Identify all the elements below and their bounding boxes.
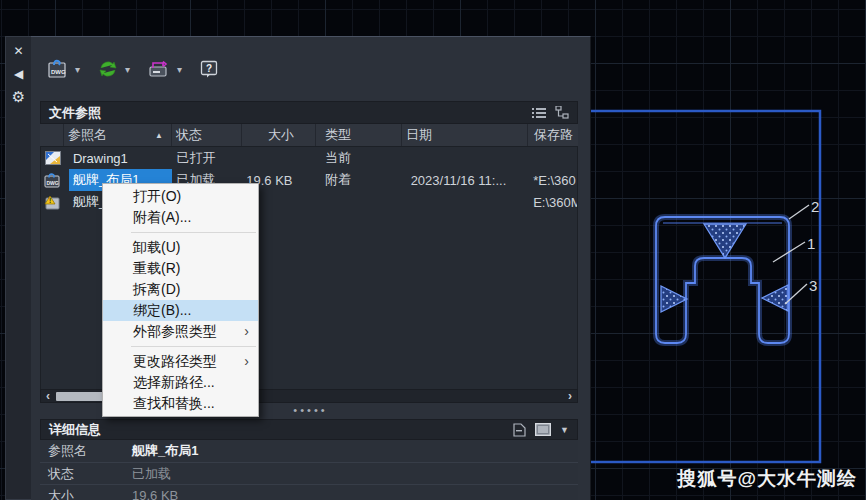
menu-item-unload[interactable]: 卸载(U)	[103, 237, 258, 258]
palette-titlebar: ✕ ◀ ⚙	[5, 36, 31, 500]
file-references-header: 文件参照	[40, 101, 578, 124]
refresh-button[interactable]	[95, 56, 121, 82]
detail-row-name: 参照名 舰牌_布局1	[40, 440, 578, 462]
xref-table-header: 参照名 ▲ 状态 大小 类型 日期 保存路	[40, 124, 578, 147]
refresh-icon	[97, 59, 119, 79]
column-size[interactable]: 大小	[242, 124, 316, 146]
xref-warning-icon: !	[44, 195, 61, 210]
ref-type	[316, 191, 402, 213]
sort-ascending-icon: ▲	[155, 131, 163, 140]
column-type[interactable]: 类型	[316, 124, 402, 146]
file-references-title: 文件参照	[49, 104, 101, 122]
ref-size	[242, 147, 316, 169]
watermark-text: 搜狐号@大水牛测绘	[677, 466, 857, 492]
ref-date	[402, 191, 528, 213]
list-view-icon[interactable]	[532, 107, 546, 119]
column-date[interactable]: 日期	[402, 124, 528, 146]
ref-status: 已打开	[172, 147, 242, 169]
menu-item-reload[interactable]: 重载(R)	[103, 258, 258, 279]
details-panel: 详细信息 ▼ 参照名 舰牌_布局1	[40, 419, 578, 500]
table-row-drawing1[interactable]: Drawing1 已打开 当前	[41, 147, 577, 169]
close-icon[interactable]: ✕	[11, 43, 27, 59]
menu-item-change-path-type[interactable]: 更改路径类型 ›	[103, 351, 258, 372]
details-caret-icon[interactable]: ▼	[560, 425, 569, 435]
menu-item-xref-type[interactable]: 外部参照类型 ›	[103, 321, 258, 342]
scroll-right-icon[interactable]: ›	[563, 389, 577, 403]
submenu-arrow-icon: ›	[244, 321, 249, 342]
ref-date: 2023/11/16 11:...	[402, 169, 528, 191]
ref-path	[527, 147, 577, 169]
details-header: 详细信息 ▼	[40, 419, 578, 440]
change-path-icon	[147, 59, 171, 79]
gear-icon[interactable]: ⚙	[11, 89, 27, 105]
help-icon: ?	[199, 59, 219, 79]
menu-item-find-replace[interactable]: 查找和替换...	[103, 393, 258, 414]
column-reference-name[interactable]: 参照名 ▲	[64, 124, 172, 146]
autohide-icon[interactable]: ◀	[11, 66, 27, 82]
attach-dwg-icon: DWG	[47, 59, 69, 79]
details-table: 参照名 舰牌_布局1 状态 已加载 大小 19.6 KB	[40, 440, 578, 500]
xref-palette: ✕ ◀ ⚙ DWG ▾ ▾	[5, 36, 591, 500]
svg-text:!: !	[49, 197, 51, 204]
menu-separator	[131, 346, 256, 347]
menu-separator	[131, 232, 256, 233]
svg-text:?: ?	[206, 63, 212, 74]
ref-path: E:\360M	[527, 191, 577, 213]
menu-item-select-new-path[interactable]: 选择新路径...	[103, 372, 258, 393]
ref-type: 附着	[316, 169, 402, 191]
detail-row-status: 状态 已加载	[40, 462, 578, 484]
column-status[interactable]: 状态	[172, 124, 242, 146]
column-icon[interactable]	[40, 124, 64, 146]
svg-text:DWG: DWG	[47, 180, 59, 186]
current-drawing-icon	[45, 151, 61, 165]
details-title: 详细信息	[49, 421, 101, 439]
menu-item-bind[interactable]: 绑定(B)...	[103, 300, 258, 321]
menu-item-attach[interactable]: 附着(A)...	[103, 207, 258, 228]
column-saved-path[interactable]: 保存路	[528, 124, 578, 146]
attach-caret-icon[interactable]: ▾	[72, 64, 83, 75]
ref-date	[402, 147, 528, 169]
svg-text:DWG: DWG	[51, 69, 66, 75]
ref-type: 当前	[316, 147, 402, 169]
detail-row-size: 大小 19.6 KB	[40, 484, 578, 500]
refresh-caret-icon[interactable]: ▾	[122, 64, 133, 75]
menu-item-detach[interactable]: 拆离(D)	[103, 279, 258, 300]
xref-toolbar: DWG ▾ ▾ ▾	[45, 55, 221, 83]
ref-name: Drawing1	[69, 149, 132, 168]
help-button[interactable]: ?	[197, 56, 221, 82]
details-view-icon[interactable]	[513, 423, 526, 437]
submenu-arrow-icon: ›	[244, 351, 249, 372]
menu-item-open[interactable]: 打开(O)	[103, 186, 258, 207]
ref-path: *E:\360	[527, 169, 577, 191]
xref-context-menu: 打开(O) 附着(A)... 卸载(U) 重载(R) 拆离(D) 绑定(B)..…	[102, 183, 259, 417]
path-caret-icon[interactable]: ▾	[174, 64, 185, 75]
xref-dwg-icon: DWG	[44, 173, 61, 188]
tree-view-icon[interactable]	[555, 106, 569, 119]
change-path-button[interactable]	[145, 56, 173, 82]
attach-dwg-button[interactable]: DWG	[45, 56, 71, 82]
scroll-left-icon[interactable]: ‹	[41, 389, 55, 403]
preview-image-icon[interactable]	[535, 423, 551, 436]
